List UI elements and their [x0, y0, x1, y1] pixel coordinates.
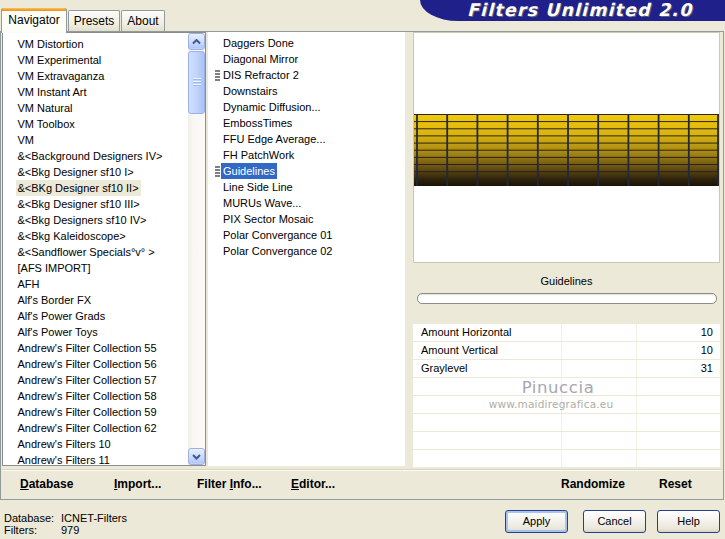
scroll-down-button[interactable] — [188, 448, 205, 465]
column-divider — [561, 450, 562, 467]
filter-list-item[interactable]: DIS Refractor 2 — [208, 67, 405, 83]
filter-list-item[interactable]: EmbossTimes — [208, 115, 405, 131]
app-title: Filters Unlimited 2.0 — [467, 0, 692, 20]
category-list-item[interactable]: Andrew's Filter Collection 58 — [3, 388, 187, 404]
filter-list-item[interactable]: Line Side Line — [208, 179, 405, 195]
reset-button[interactable]: Reset — [659, 477, 692, 491]
parameter-row[interactable]: Amount Horizontal 10 — [413, 324, 720, 341]
category-list-item-label: AFH — [16, 276, 42, 292]
filter-list-item[interactable]: Polar Convergance 01 — [208, 227, 405, 243]
category-list-item[interactable]: VM Natural — [3, 100, 187, 116]
category-list-item[interactable]: &<BKg Designer sf10 II> — [3, 180, 187, 196]
import-button[interactable]: Import... — [114, 477, 161, 491]
category-list-item[interactable]: Andrew's Filters 11 — [3, 452, 187, 466]
category-list-item[interactable]: VM — [3, 132, 187, 148]
category-list-item-label: Andrew's Filter Collection 55 — [16, 340, 159, 356]
randomize-button[interactable]: Randomize — [561, 477, 625, 491]
category-list-item[interactable]: Alf's Power Grads — [3, 308, 187, 324]
filter-listbox[interactable]: Daggers Done Diagonal Mirror DIS Refract… — [208, 32, 405, 466]
filter-list-item-label: DIS Refractor 2 — [221, 67, 301, 83]
category-list-item[interactable]: Andrew's Filters 10 — [3, 436, 187, 452]
column-divider — [561, 360, 562, 377]
filter-list-item-label: Dynamic Diffusion... — [221, 99, 323, 115]
filter-info-button[interactable]: Filter Info... — [197, 477, 262, 491]
scroll-up-button[interactable] — [188, 33, 205, 50]
filter-list-item[interactable]: FFU Edge Average... — [208, 131, 405, 147]
category-list-item[interactable]: &<Bkg Kaleidoscope> — [3, 228, 187, 244]
database-button[interactable]: Database — [20, 477, 73, 491]
category-list-item[interactable]: VM Experimental — [3, 52, 187, 68]
filter-list-item-label: FFU Edge Average... — [221, 131, 328, 147]
column-divider — [636, 324, 637, 341]
cancel-button[interactable]: Cancel — [583, 510, 646, 533]
filter-list-item[interactable]: Downstairs — [208, 83, 405, 99]
category-list-item-label: [AFS IMPORT] — [16, 260, 93, 276]
category-list-item[interactable]: VM Toolbox — [3, 116, 187, 132]
filter-list-item-label: Line Side Line — [221, 179, 295, 195]
parameter-row[interactable] — [413, 432, 720, 449]
parameter-name: Amount Horizontal — [421, 324, 512, 341]
parameter-row[interactable]: Amount Vertical 10 — [413, 342, 720, 359]
filter-list-item[interactable]: MURUs Wave... — [208, 195, 405, 211]
filter-list-item[interactable]: Guidelines — [208, 163, 405, 179]
scroll-thumb[interactable] — [188, 51, 205, 114]
column-divider — [636, 432, 637, 449]
filter-list-item[interactable]: PIX Sector Mosaic — [208, 211, 405, 227]
category-list-item[interactable]: VM Extravaganza — [3, 68, 187, 84]
filter-list-item-label: EmbossTimes — [221, 115, 294, 131]
category-listbox[interactable]: VM Distortion VM Experimental VM Extrava… — [2, 32, 206, 466]
parameter-slider[interactable] — [417, 293, 717, 304]
category-scrollbar[interactable] — [188, 33, 205, 465]
filter-list-item-label: Polar Convergance 01 — [221, 227, 334, 243]
filter-list-item[interactable]: Polar Convergance 02 — [208, 243, 405, 259]
filter-list-item[interactable]: Daggers Done — [208, 35, 405, 51]
tab-about-label: About — [127, 14, 158, 28]
tab-about[interactable]: About — [121, 10, 165, 32]
tab-presets-label: Presets — [74, 14, 115, 28]
category-list-item[interactable]: Andrew's Filter Collection 59 — [3, 404, 187, 420]
filter-list-item-label: Daggers Done — [221, 35, 296, 51]
category-list-item[interactable]: Andrew's Filter Collection 57 — [3, 372, 187, 388]
parameter-row[interactable] — [413, 450, 720, 467]
category-list-item-label: Andrew's Filter Collection 58 — [16, 388, 159, 404]
category-list-item[interactable]: Andrew's Filter Collection 62 — [3, 420, 187, 436]
category-list-item[interactable]: &<Background Designers IV> — [3, 148, 187, 164]
filter-list-item-label: MURUs Wave... — [221, 195, 303, 211]
parameter-row[interactable]: Graylevel 31 — [413, 360, 720, 377]
category-list-item[interactable]: [AFS IMPORT] — [3, 260, 187, 276]
category-list-item[interactable]: &<Sandflower Specials°v° > — [3, 244, 187, 260]
filter-grip-icon — [215, 166, 220, 177]
filter-list-item[interactable]: FH PatchWork — [208, 147, 405, 163]
filter-list-item-label: Diagonal Mirror — [221, 51, 300, 67]
apply-button[interactable]: Apply — [505, 510, 568, 533]
category-list-item-label: Andrew's Filter Collection 56 — [16, 356, 159, 372]
filter-list-item[interactable]: Dynamic Diffusion... — [208, 99, 405, 115]
filter-list-item[interactable]: Diagonal Mirror — [208, 51, 405, 67]
editor-button[interactable]: Editor... — [291, 477, 335, 491]
category-list-item[interactable]: &<Bkg Designer sf10 III> — [3, 196, 187, 212]
category-list-item[interactable]: VM Instant Art — [3, 84, 187, 100]
category-list-item-label: Alf's Border FX — [16, 292, 94, 308]
category-list-item[interactable]: Alf's Power Toys — [3, 324, 187, 340]
category-list-item-label: VM Experimental — [16, 52, 104, 68]
category-list-item[interactable]: Andrew's Filter Collection 55 — [3, 340, 187, 356]
category-list-item-label: &<Bkg Kaleidoscope> — [16, 228, 128, 244]
tab-navigator[interactable]: Navigator — [1, 8, 67, 33]
parameter-name: Amount Vertical — [421, 342, 498, 359]
category-list-item[interactable]: &<Bkg Designer sf10 I> — [3, 164, 187, 180]
category-list-item[interactable]: &<Bkg Designers sf10 IV> — [3, 212, 187, 228]
tab-presets[interactable]: Presets — [68, 10, 120, 32]
category-list-item[interactable]: Alf's Border FX — [3, 292, 187, 308]
category-list-item-label: &<Background Designers IV> — [16, 148, 165, 164]
category-list-item-label: Andrew's Filters 10 — [16, 436, 113, 452]
parameter-row[interactable] — [413, 414, 720, 431]
filters-label: Filters: — [4, 524, 37, 536]
column-divider — [561, 342, 562, 359]
category-list-item[interactable]: VM Distortion — [3, 36, 187, 52]
column-divider — [636, 360, 637, 377]
help-button[interactable]: Help — [657, 510, 720, 533]
database-value: ICNET-Filters — [61, 512, 127, 524]
tab-navigator-label: Navigator — [8, 13, 59, 27]
category-list-item[interactable]: Andrew's Filter Collection 56 — [3, 356, 187, 372]
category-list-item[interactable]: AFH — [3, 276, 187, 292]
